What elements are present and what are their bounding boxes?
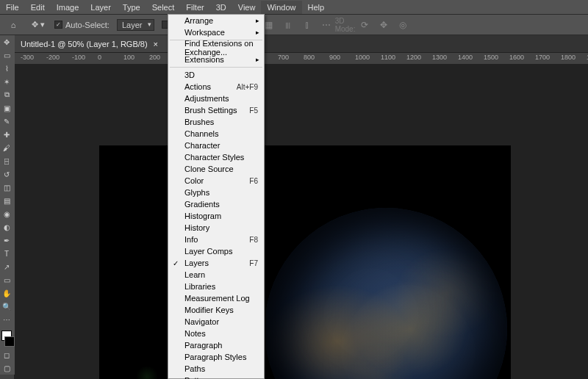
menu-image[interactable]: Image [51,1,85,14]
brush-tool-icon[interactable]: 🖌 [0,141,13,154]
edit-toolbar-icon[interactable]: ⋯ [0,313,13,326]
menu-edit[interactable]: Edit [25,1,51,14]
dolly-icon[interactable]: ◎ [396,18,409,32]
menu-item-label: Notes [184,329,206,338]
menu-item-character-styles[interactable]: Character Styles [168,151,264,163]
menu-item-layers[interactable]: LayersF7 [168,257,264,269]
home-icon[interactable]: ⌂ [4,16,22,34]
menu-item-color[interactable]: ColorF6 [168,175,264,187]
menu-3d[interactable]: 3D [210,1,232,14]
ruler-tick: 100 [123,54,135,61]
pen-tool-icon[interactable]: ✒ [0,234,13,247]
menu-view[interactable]: View [232,1,262,14]
align-icon[interactable]: ⋯ [320,18,333,32]
options-bar: ⌂ ✥ ▾ ✓Auto-Select: Layer Show Transform… [0,15,588,35]
menu-select[interactable]: Select [146,1,181,14]
menu-item-paragraph[interactable]: Paragraph [168,339,264,351]
menu-help[interactable]: Help [302,1,331,14]
document-tab[interactable]: Untitled-1 @ 50% (Layer 1, RGB/8) × [13,35,168,52]
zoom-tool-icon[interactable]: 🔍 [0,300,13,313]
target-select[interactable]: Layer [117,19,155,31]
quickmask-icon[interactable]: ◻ [0,348,13,361]
menu-item-adjustments[interactable]: Adjustments [168,93,264,104]
menu-item-learn[interactable]: Learn [168,269,264,281]
menu-item-find-extensions-on-exchange-[interactable]: Find Extensions on Exchange... [168,42,264,54]
menu-item-3d[interactable]: 3D [168,69,264,81]
ruler-tick: 1500 [484,54,498,61]
menu-item-libraries[interactable]: Libraries [168,281,264,292]
mode-3d-label: 3D Mode: [339,18,352,32]
gradient-tool-icon[interactable]: ▤ [0,194,13,207]
ruler-tick: 900 [329,54,340,61]
hand-tool-icon[interactable]: ✋ [0,286,13,300]
heal-tool-icon[interactable]: ✚ [0,128,13,141]
menu-item-gradients[interactable]: Gradients [168,198,264,210]
menu-item-label: Modifier Keys [184,306,234,314]
lasso-tool-icon[interactable]: ⌇ [0,62,13,75]
align-icon[interactable]: ⫼ [282,18,295,32]
canvas-area[interactable] [15,65,588,379]
menu-item-extensions[interactable]: Extensions [168,54,264,65]
menu-item-shortcut: F6 [249,177,258,185]
menu-item-history[interactable]: History [168,222,264,234]
menu-item-measurement-log[interactable]: Measurement Log [168,292,264,304]
menu-item-layer-comps[interactable]: Layer Comps [168,245,264,257]
eraser-tool-icon[interactable]: ◫ [0,181,13,194]
type-tool-icon[interactable]: T [0,247,13,260]
menu-item-label: History [184,223,209,232]
menu-item-label: Clone Source [184,165,234,173]
menu-item-character[interactable]: Character [168,140,264,151]
menu-item-arrange[interactable]: Arrange [168,15,264,26]
move-tool-icon[interactable]: ✥ [0,35,13,48]
blur-tool-icon[interactable]: ◉ [0,207,13,220]
menu-item-patterns[interactable]: Patterns [168,375,264,379]
wand-tool-icon[interactable]: ✶ [0,75,13,88]
move-tool-icon[interactable]: ✥ ▾ [29,16,47,34]
screenmode-icon[interactable]: ▢ [0,361,13,375]
history-brush-icon[interactable]: ↺ [0,167,13,181]
background-swatch[interactable] [4,336,15,347]
orbit-icon[interactable]: ⟳ [358,18,371,32]
auto-select-checkbox[interactable]: ✓Auto-Select: [54,21,110,29]
menu-item-paths[interactable]: Paths [168,363,264,375]
menu-item-actions[interactable]: ActionsAlt+F9 [168,81,264,93]
ruler-tick: 1800 [561,54,576,61]
menu-item-label: Character [184,141,220,150]
green-blob [136,366,158,379]
menu-window[interactable]: Window [261,1,301,14]
menu-item-glyphs[interactable]: Glyphs [168,187,264,198]
close-icon[interactable]: × [154,40,158,48]
marquee-tool-icon[interactable]: ▭ [0,48,13,62]
eyedropper-tool-icon[interactable]: ✎ [0,115,13,128]
menu-item-modifier-keys[interactable]: Modifier Keys [168,304,264,316]
menubar: FileEditImageLayerTypeSelectFilter3DView… [0,0,588,15]
menu-item-workspace[interactable]: Workspace [168,26,264,38]
path-tool-icon[interactable]: ↗ [0,260,13,273]
menu-item-clone-source[interactable]: Clone Source [168,163,264,175]
menu-item-navigator[interactable]: Navigator [168,316,264,328]
menu-type[interactable]: Type [117,1,146,14]
frame-tool-icon[interactable]: ▣ [0,101,13,115]
stamp-tool-icon[interactable]: ⌸ [0,154,13,167]
menu-item-shortcut: F7 [249,259,258,267]
menu-item-channels[interactable]: Channels [168,128,264,140]
ruler-tick: 0 [98,54,101,61]
menu-file[interactable]: File [0,1,25,14]
menu-item-notes[interactable]: Notes [168,328,264,339]
menu-item-info[interactable]: InfoF8 [168,234,264,245]
menu-item-label: Patterns [184,376,215,379]
menu-item-histogram[interactable]: Histogram [168,210,264,222]
menu-layer[interactable]: Layer [85,1,117,14]
menu-item-label: 3D [184,71,195,79]
crop-tool-icon[interactable]: ⧉ [0,88,13,101]
ruler-horizontal: -300-200-1000100200300400500600700800900… [15,53,588,65]
menu-item-brushes[interactable]: Brushes [168,116,264,128]
shape-tool-icon[interactable]: ▭ [0,273,13,286]
auto-select-label: Auto-Select: [65,21,110,29]
menu-item-brush-settings[interactable]: Brush SettingsF5 [168,104,264,116]
menu-filter[interactable]: Filter [180,1,209,14]
pan-icon[interactable]: ✥ [377,18,390,32]
menu-item-paragraph-styles[interactable]: Paragraph Styles [168,351,264,363]
dodge-tool-icon[interactable]: ◐ [0,220,13,234]
align-icon[interactable]: ⫿ [301,18,314,32]
